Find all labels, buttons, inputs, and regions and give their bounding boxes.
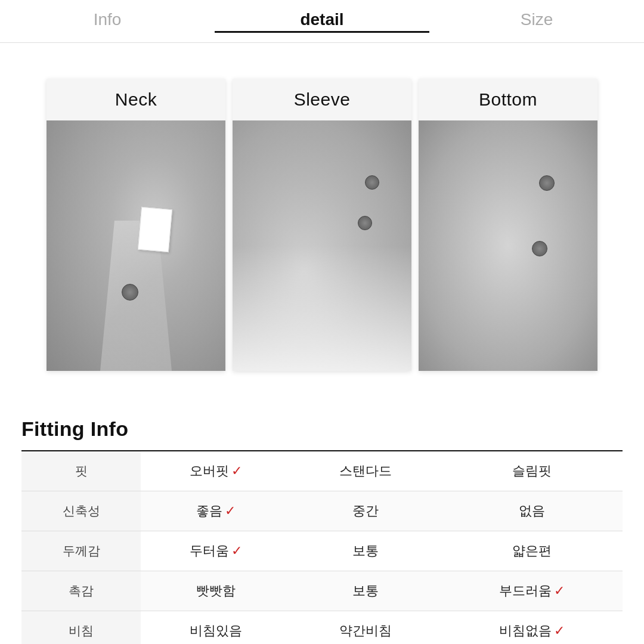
row-col3: 비침없음✓	[441, 611, 623, 645]
check-icon: ✓	[231, 463, 242, 478]
table-row: 신축성좋음✓중간없음	[21, 491, 623, 531]
row-label: 핏	[21, 451, 141, 491]
button-detail-3	[539, 175, 555, 191]
neck-label: Neck	[47, 79, 225, 120]
neck-photo	[47, 120, 225, 371]
row-label: 신축성	[21, 491, 141, 531]
check-icon: ✓	[554, 583, 565, 598]
row-col3: 부드러움✓	[441, 571, 623, 611]
row-col2: 약간비침	[291, 611, 441, 645]
row-col2: 중간	[291, 491, 441, 531]
fitting-title: Fitting Info	[21, 401, 623, 450]
neck-card: Neck	[47, 79, 225, 371]
row-col1: 빳빳함	[141, 571, 291, 611]
sleeve-card: Sleeve	[233, 79, 411, 371]
sleeve-image	[233, 120, 411, 371]
tab-size[interactable]: Size	[429, 10, 644, 33]
row-label: 두께감	[21, 531, 141, 571]
bottom-photo	[419, 120, 597, 371]
row-label: 촉감	[21, 571, 141, 611]
bottom-image	[419, 120, 597, 371]
row-col1: 두터움✓	[141, 531, 291, 571]
check-icon: ✓	[554, 623, 565, 638]
bottom-card: Bottom	[419, 79, 597, 371]
row-col3: 슬림핏	[441, 451, 623, 491]
button-detail	[122, 284, 138, 301]
row-col2: 스탠다드	[291, 451, 441, 491]
check-icon: ✓	[225, 503, 236, 518]
row-col2: 보통	[291, 571, 441, 611]
button-detail-1	[365, 175, 379, 190]
table-row: 두께감두터움✓보통얇은편	[21, 531, 623, 571]
sleeve-label: Sleeve	[233, 79, 411, 120]
table-row: 비침비침있음약간비침비침없음✓	[21, 611, 623, 645]
row-col2: 보통	[291, 531, 441, 571]
row-col3: 없음	[441, 491, 623, 531]
tab-detail[interactable]: detail	[215, 10, 429, 33]
row-col3: 얇은편	[441, 531, 623, 571]
button-detail-4	[532, 241, 547, 256]
check-icon: ✓	[231, 543, 242, 558]
row-col1: 비침있음	[141, 611, 291, 645]
product-images-section: Neck Sleeve Bottom	[0, 43, 644, 401]
sleeve-photo	[233, 120, 411, 371]
tab-info[interactable]: Info	[0, 10, 215, 33]
table-row: 핏오버핏✓스탠다드슬림핏	[21, 451, 623, 491]
tab-navigation: Info detail Size	[0, 0, 644, 43]
fitting-info-section: Fitting Info 핏오버핏✓스탠다드슬림핏신축성좋음✓중간없음두께감두터…	[0, 401, 644, 644]
row-col1: 좋음✓	[141, 491, 291, 531]
row-col1: 오버핏✓	[141, 451, 291, 491]
button-detail-2	[358, 216, 372, 230]
bottom-label: Bottom	[419, 79, 597, 120]
fitting-table: 핏오버핏✓스탠다드슬림핏신축성좋음✓중간없음두께감두터움✓보통얇은편촉감빳빳함보…	[21, 450, 623, 644]
table-row: 촉감빳빳함보통부드러움✓	[21, 571, 623, 611]
neck-image	[47, 120, 225, 371]
row-label: 비침	[21, 611, 141, 645]
